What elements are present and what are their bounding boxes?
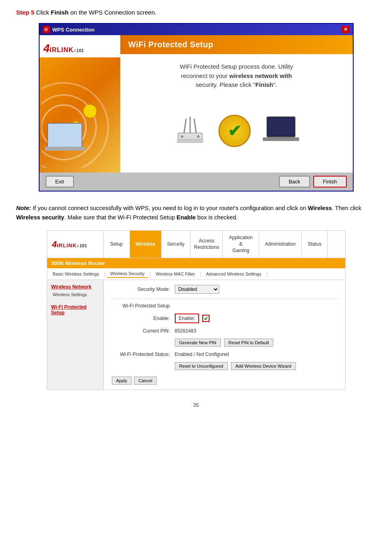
wps-btn-group: Back Finish — [279, 176, 347, 187]
subnav-wireless-security[interactable]: Wireless Security — [107, 270, 148, 278]
wps-msg-line4: ". — [273, 81, 277, 88]
note-bold2: Wireless security — [16, 214, 64, 221]
subnav-basic-wireless[interactable]: Basic Wireless Settings — [50, 270, 103, 278]
wps-message: WiFi Protected Setup process done. Utili… — [180, 62, 293, 90]
wps-section-sidebar-label: Wi-Fi Protected Setup — [110, 303, 175, 309]
nav-tab-wireless[interactable]: Wireless — [130, 231, 161, 258]
enable-row: Enable: Enable: ✔ — [110, 314, 339, 323]
enable-label: Enable: — [110, 316, 175, 321]
svg-point-13 — [197, 135, 199, 138]
wps-msg-line3: security. Please click " — [196, 81, 256, 88]
note-text1: If you cannot connect successfully with … — [31, 205, 308, 211]
current-pin-value: 85282483 — [175, 328, 196, 334]
svg-rect-17 — [277, 137, 285, 138]
wps-msg-bold2: Finish — [255, 81, 273, 88]
add-wizard-button[interactable]: Add Wireless Device Wizard — [231, 362, 296, 370]
note-text4: box is checked. — [196, 214, 238, 221]
router-title-bar: 300N Wireless Router — [47, 258, 345, 268]
step-instruction-pre: Click — [34, 9, 51, 16]
wps-label-row: Wi-Fi Protected Setup — [110, 303, 339, 309]
page-number: 35 — [16, 402, 376, 408]
svg-point-3 — [84, 105, 96, 118]
finish-button[interactable]: Finish — [313, 176, 347, 187]
nav-tab-status[interactable]: Status — [302, 231, 328, 258]
wps-orange-header: WiFi Protected Setup — [120, 35, 353, 54]
wps-dialog-title: WPS Connection — [52, 27, 95, 33]
laptop-icon — [263, 115, 299, 147]
wps-close-button[interactable]: ✕ — [342, 26, 350, 33]
wps-left-svg — [42, 63, 118, 168]
subnav-mac-filter[interactable]: Wireless MAC Filter — [153, 270, 198, 278]
router-content: Wireless Network Wireless Settings Wi-Fi… — [47, 280, 345, 389]
enable-checkbox[interactable]: ✔ — [202, 315, 210, 322]
security-mode-row: Security Mode: Disabled — [110, 285, 339, 294]
security-mode-control: Disabled — [175, 285, 219, 294]
router-subnav: Basic Wireless Settings | Wireless Secur… — [47, 268, 345, 280]
subnav-advanced-wireless[interactable]: Advanced Wireless Settings — [203, 270, 265, 278]
router-nav-tabs: Setup Wireless Security AccessRestrictio… — [104, 231, 345, 258]
step-number: Step 5 — [16, 9, 34, 16]
exit-button[interactable]: Exit — [46, 176, 74, 187]
nav-tab-administration[interactable]: Administration — [259, 231, 302, 258]
cancel-button[interactable]: Cancel — [134, 377, 157, 385]
wps-status-value: Enabled / Not Configured — [175, 352, 229, 357]
wps-logo-area: 4 IRLINK ® 101 — [40, 35, 120, 57]
note-text2: . Then click — [332, 205, 361, 211]
nav-tab-setup[interactable]: Setup — [104, 231, 130, 258]
apply-button[interactable]: Apply — [112, 377, 132, 385]
reset-pin-button[interactable]: Reset PIN to Default — [224, 339, 273, 347]
svg-rect-6 — [45, 147, 85, 151]
airlink-logo: 4 IRLINK ® 101 — [44, 42, 84, 55]
nav-tab-security[interactable]: Security — [161, 231, 191, 258]
wps-left-panel: 4 IRLINK ® 101 — [40, 35, 120, 173]
sidebar-wireless-network-title: Wireless Network — [51, 284, 99, 290]
reset-unconfigured-button[interactable]: Reset to Unconfigured — [175, 362, 228, 370]
router-airlink-logo: 4 IRLINK ® 101 — [52, 239, 87, 250]
wps-title-left: 4! WPS Connection — [43, 26, 95, 33]
status-buttons: Reset to Unconfigured Add Wireless Devic… — [175, 362, 296, 370]
wps-status-row: Wi-Fi Protected Status: Enabled / Not Co… — [110, 352, 339, 357]
security-mode-select[interactable]: Disabled — [175, 285, 219, 294]
enable-text: Enable: — [179, 316, 195, 321]
wps-msg-line1: WiFi Protected Setup process done. Utili… — [180, 63, 293, 70]
svg-line-9 — [194, 119, 196, 133]
subnav-sep1: | — [104, 271, 105, 277]
wps-msg-line2: reconnect to your — [181, 72, 229, 79]
security-mode-label: Security Mode: — [110, 286, 175, 292]
wps-body: 4 IRLINK ® 101 — [40, 35, 353, 173]
note-section: Note: If you cannot connect successfully… — [16, 204, 376, 222]
generate-pin-button[interactable]: Generate New PIN — [175, 339, 221, 347]
sidebar-wireless-settings: Wireless Settings — [51, 292, 99, 297]
form-divider1 — [110, 299, 339, 299]
note-text3: . Make sure that the Wi-Fi Protected Set… — [64, 214, 176, 221]
wps-dialog: 4! WPS Connection ✕ 4 IRLINK ® 101 — [39, 23, 354, 192]
pin-number: 85282483 — [175, 328, 196, 334]
wps-icons-row: ✔ — [174, 102, 299, 161]
step-heading: Step 5 Click Finish on the WPS Connectio… — [16, 8, 376, 17]
pin-buttons-row: Generate New PIN Reset PIN to Default — [110, 339, 339, 347]
wps-content-area: WiFi Protected Setup process done. Utili… — [120, 54, 353, 173]
status-buttons-row: Reset to Unconfigured Add Wireless Devic… — [110, 362, 339, 370]
note-bold1: Wireless — [308, 205, 332, 211]
subnav-sep4: | — [266, 271, 268, 277]
nav-tab-access-restrictions[interactable]: AccessRestrictions — [191, 231, 223, 258]
pin-buttons: Generate New PIN Reset PIN to Default — [175, 339, 274, 347]
router-icon — [174, 113, 206, 149]
wps-icon-box: 4! — [43, 26, 50, 33]
router-logo-area: 4 IRLINK ® 101 — [47, 231, 104, 258]
nav-tab-application-gaming[interactable]: Application &Gaming — [223, 231, 259, 258]
note-label: Note: — [16, 205, 31, 211]
enable-control: Enable: ✔ — [175, 314, 210, 323]
wps-footer: Exit Back Finish — [40, 173, 353, 191]
wps-left-graphic — [40, 57, 120, 173]
current-pin-label: Current PIN: — [110, 328, 175, 334]
wps-status-text: Enabled / Not Configured — [175, 352, 229, 357]
note-bold3: Enable — [176, 214, 196, 221]
step-finish-bold: Finish — [51, 9, 69, 16]
back-button[interactable]: Back — [279, 176, 310, 187]
router-sidebar: Wireless Network Wireless Settings Wi-Fi… — [47, 280, 104, 389]
sidebar-wps-title: Wi-Fi Protected Setup — [51, 304, 99, 316]
wps-status-label: Wi-Fi Protected Status: — [110, 352, 175, 357]
svg-rect-15 — [268, 118, 294, 136]
svg-point-12 — [181, 135, 183, 138]
